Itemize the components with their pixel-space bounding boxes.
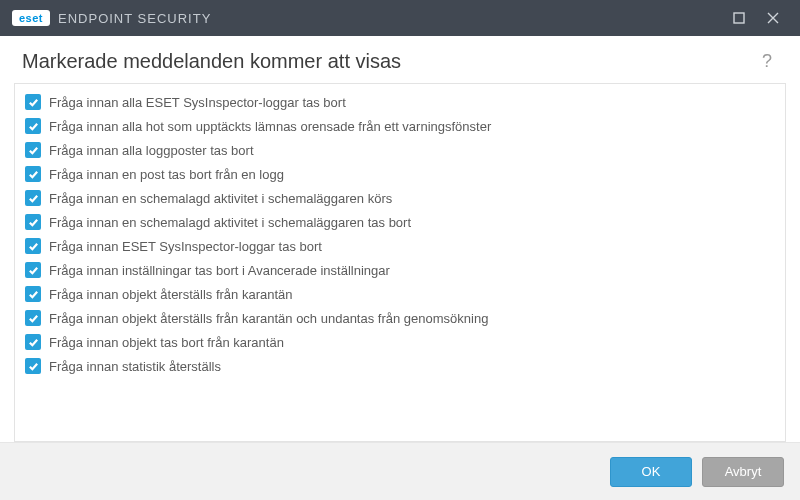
ok-button[interactable]: OK [610,457,692,487]
list-item[interactable]: Fråga innan alla ESET SysInspector-logga… [23,90,779,114]
check-icon [28,145,39,156]
close-button[interactable] [756,0,790,36]
footer: OK Avbryt [0,442,800,500]
list-item-label: Fråga innan objekt tas bort från karantä… [49,335,284,350]
check-icon [28,97,39,108]
brand-text: ENDPOINT SECURITY [58,11,211,26]
list-item-label: Fråga innan alla hot som upptäckts lämna… [49,119,491,134]
check-icon [28,193,39,204]
list-item-label: Fråga innan objekt återställs från karan… [49,311,488,326]
check-icon [28,217,39,228]
check-icon [28,121,39,132]
page-title: Markerade meddelanden kommer att visas [22,50,756,73]
checkbox[interactable] [25,118,41,134]
checkbox[interactable] [25,334,41,350]
list-item-label: Fråga innan inställningar tas bort i Ava… [49,263,390,278]
checkbox[interactable] [25,190,41,206]
minimize-button[interactable] [722,0,756,36]
list-scroll[interactable]: Fråga innan alla ESET SysInspector-logga… [15,84,785,441]
list-item-label: Fråga innan objekt återställs från karan… [49,287,293,302]
list-item[interactable]: Fråga innan alla hot som upptäckts lämna… [23,114,779,138]
list-item-label: Fråga innan en post tas bort från en log… [49,167,284,182]
list-item[interactable]: Fråga innan alla loggposter tas bort [23,138,779,162]
list-item-label: Fråga innan en schemalagd aktivitet i sc… [49,191,392,206]
list-item-label: Fråga innan alla loggposter tas bort [49,143,254,158]
check-icon [28,313,39,324]
checkbox[interactable] [25,166,41,182]
checkbox[interactable] [25,142,41,158]
check-icon [28,265,39,276]
app-window: eset ENDPOINT SECURITY Markerade meddela… [0,0,800,500]
check-icon [28,289,39,300]
list-item[interactable]: Fråga innan objekt återställs från karan… [23,282,779,306]
list-item[interactable]: Fråga innan statistik återställs [23,354,779,378]
list-item[interactable]: Fråga innan en post tas bort från en log… [23,162,779,186]
checkbox[interactable] [25,358,41,374]
close-icon [767,12,779,24]
checkbox[interactable] [25,262,41,278]
svg-rect-0 [734,13,744,23]
list-item[interactable]: Fråga innan ESET SysInspector-loggar tas… [23,234,779,258]
check-icon [28,169,39,180]
checkbox[interactable] [25,310,41,326]
list-item-label: Fråga innan ESET SysInspector-loggar tas… [49,239,322,254]
list-item[interactable]: Fråga innan objekt tas bort från karantä… [23,330,779,354]
checkbox[interactable] [25,238,41,254]
checkbox[interactable] [25,94,41,110]
cancel-button[interactable]: Avbryt [702,457,784,487]
brand-badge: eset [12,10,50,26]
list-item[interactable]: Fråga innan objekt återställs från karan… [23,306,779,330]
list-item[interactable]: Fråga innan inställningar tas bort i Ava… [23,258,779,282]
check-icon [28,361,39,372]
checkbox[interactable] [25,214,41,230]
help-icon[interactable]: ? [756,51,778,72]
check-icon [28,241,39,252]
list-item-label: Fråga innan alla ESET SysInspector-logga… [49,95,346,110]
titlebar: eset ENDPOINT SECURITY [0,0,800,36]
check-icon [28,337,39,348]
list-item-label: Fråga innan en schemalagd aktivitet i sc… [49,215,411,230]
list-container: Fråga innan alla ESET SysInspector-logga… [14,83,786,442]
header: Markerade meddelanden kommer att visas ? [0,36,800,83]
checkbox[interactable] [25,286,41,302]
minimize-icon [733,12,745,24]
list-item-label: Fråga innan statistik återställs [49,359,221,374]
list-item[interactable]: Fråga innan en schemalagd aktivitet i sc… [23,186,779,210]
list-item[interactable]: Fråga innan en schemalagd aktivitet i sc… [23,210,779,234]
